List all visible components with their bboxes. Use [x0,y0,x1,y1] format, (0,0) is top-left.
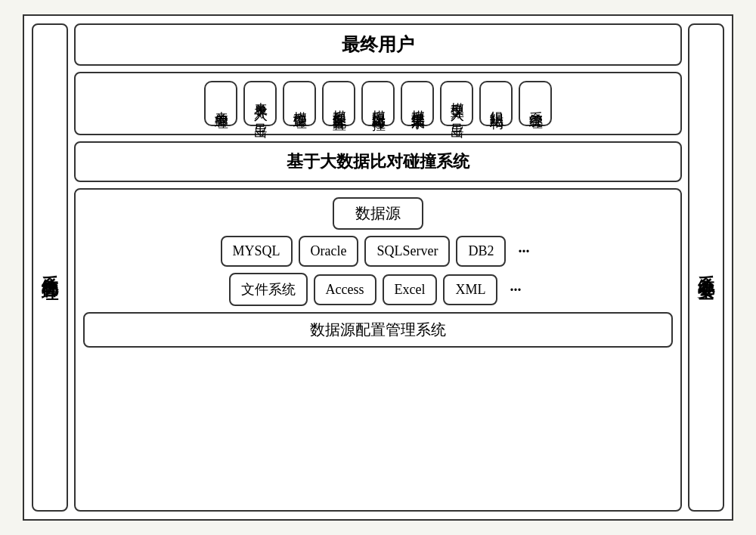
module-系统管理: 系统管理 [519,81,552,126]
middle-bar: 基于大数据比对碰撞系统 [74,141,682,182]
datasource-dots-1: ··· [512,240,535,263]
modules-section: 表单管理 表单导入／导出 模型管理 模型任务配置 模型比对碰撞 模型结果展示 模… [74,72,682,135]
datasource-row-1: MYSQL Oracle SQLServer DB2 ··· [83,236,673,267]
module-表单管理: 表单管理 [204,81,237,126]
module-模型管理: 模型管理 [283,81,316,126]
module-组织结构: 组织结构 [479,81,513,126]
datasource-oracle: Oracle [299,236,359,267]
top-bar: 最终用户 [74,23,682,66]
datasource-dots-2: ··· [503,278,527,302]
datasource-row-2: 文件系统 Access Excel XML ··· [83,273,673,306]
datasource-db2: DB2 [456,236,506,267]
datasource-xml: XML [443,274,497,305]
module-模型结果展示: 模型结果展示 [401,81,434,126]
module-模型任务配置: 模型任务配置 [322,81,355,126]
module-表单导入导出: 表单导入／导出 [243,81,277,126]
datasource-sqlserver: SQLServer [364,236,450,267]
bottom-bar: 数据源配置管理系统 [83,312,673,348]
center-content: 最终用户 表单管理 表单导入／导出 模型管理 模型任务配置 模型比对碰撞 模型结… [74,23,682,512]
left-side-label: 系统管理 [32,23,68,512]
main-diagram: 系统管理 最终用户 表单管理 表单导入／导出 模型管理 模型任务配置 模型比对碰… [23,14,733,521]
datasource-access: Access [314,274,376,305]
right-side-label: 系统安全 [688,23,724,512]
datasource-filesystem: 文件系统 [229,273,308,306]
module-模型导入导出: 模型导入／导出 [440,81,473,126]
datasource-title: 数据源 [333,197,423,230]
datasource-excel: Excel [383,274,438,305]
datasource-mysql: MYSQL [221,236,293,267]
datasource-section: 数据源 MYSQL Oracle SQLServer DB2 ··· 文件系统 … [74,188,682,512]
module-模型比对碰撞: 模型比对碰撞 [361,81,395,126]
